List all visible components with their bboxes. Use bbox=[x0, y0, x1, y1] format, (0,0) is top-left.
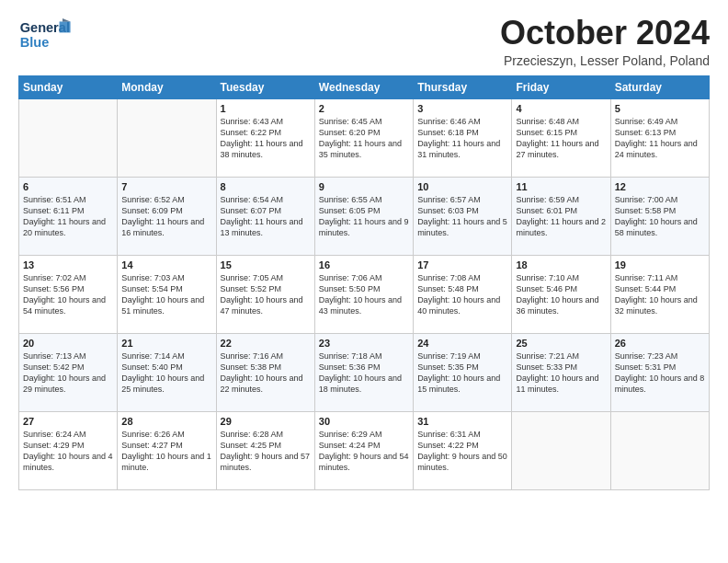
day-number: 19 bbox=[615, 259, 705, 270]
day-number: 9 bbox=[319, 181, 409, 192]
day-info: Sunrise: 6:46 AMSunset: 6:18 PMDaylight:… bbox=[417, 116, 507, 161]
day-info: Sunrise: 7:02 AMSunset: 5:56 PMDaylight:… bbox=[23, 272, 113, 317]
day-number: 30 bbox=[319, 416, 409, 427]
day-number: 16 bbox=[319, 259, 409, 270]
day-info: Sunrise: 6:29 AMSunset: 4:24 PMDaylight:… bbox=[319, 429, 409, 474]
calendar-cell: 4Sunrise: 6:48 AMSunset: 6:15 PMDaylight… bbox=[512, 98, 610, 177]
calendar-cell: 3Sunrise: 6:46 AMSunset: 6:18 PMDaylight… bbox=[414, 98, 512, 177]
calendar-cell: 27Sunrise: 6:24 AMSunset: 4:29 PMDayligh… bbox=[19, 411, 118, 489]
day-number: 2 bbox=[319, 103, 409, 114]
day-number: 21 bbox=[121, 338, 211, 349]
day-number: 5 bbox=[615, 103, 705, 114]
calendar-cell: 24Sunrise: 7:19 AMSunset: 5:35 PMDayligh… bbox=[414, 333, 512, 411]
day-info: Sunrise: 6:55 AMSunset: 6:05 PMDaylight:… bbox=[319, 194, 409, 239]
svg-text:Blue: Blue bbox=[20, 35, 50, 50]
calendar-week-4: 20Sunrise: 7:13 AMSunset: 5:42 PMDayligh… bbox=[19, 333, 710, 411]
day-info: Sunrise: 7:23 AMSunset: 5:31 PMDaylight:… bbox=[615, 350, 705, 396]
day-number: 29 bbox=[221, 416, 311, 427]
day-info: Sunrise: 7:13 AMSunset: 5:42 PMDaylight:… bbox=[23, 350, 113, 396]
calendar-cell: 6Sunrise: 6:51 AMSunset: 6:11 PMDaylight… bbox=[19, 177, 118, 255]
calendar-cell: 26Sunrise: 7:23 AMSunset: 5:31 PMDayligh… bbox=[610, 333, 709, 411]
calendar-cell: 20Sunrise: 7:13 AMSunset: 5:42 PMDayligh… bbox=[19, 333, 118, 411]
day-info: Sunrise: 7:19 AMSunset: 5:35 PMDaylight:… bbox=[417, 350, 507, 396]
day-number: 23 bbox=[319, 338, 409, 349]
logo: General Blue bbox=[18, 15, 74, 55]
day-number: 26 bbox=[615, 338, 705, 349]
day-info: Sunrise: 6:57 AMSunset: 6:03 PMDaylight:… bbox=[417, 194, 507, 239]
day-info: Sunrise: 7:11 AMSunset: 5:44 PMDaylight:… bbox=[615, 272, 705, 317]
day-number: 12 bbox=[615, 181, 705, 192]
calendar-cell: 22Sunrise: 7:16 AMSunset: 5:38 PMDayligh… bbox=[216, 333, 314, 411]
calendar-cell: 21Sunrise: 7:14 AMSunset: 5:40 PMDayligh… bbox=[118, 333, 216, 411]
day-info: Sunrise: 6:48 AMSunset: 6:15 PMDaylight:… bbox=[516, 116, 606, 161]
day-info: Sunrise: 6:45 AMSunset: 6:20 PMDaylight:… bbox=[319, 116, 409, 161]
location-subtitle: Przecieszyn, Lesser Poland, Poland bbox=[500, 53, 710, 68]
calendar-cell: 23Sunrise: 7:18 AMSunset: 5:36 PMDayligh… bbox=[314, 333, 413, 411]
day-info: Sunrise: 6:24 AMSunset: 4:29 PMDaylight:… bbox=[23, 429, 113, 474]
calendar-cell: 14Sunrise: 7:03 AMSunset: 5:54 PMDayligh… bbox=[118, 255, 216, 333]
weekday-header-friday: Friday bbox=[512, 75, 610, 98]
header: General Blue October 2024 Przecieszyn, L… bbox=[18, 15, 710, 68]
calendar-cell: 9Sunrise: 6:55 AMSunset: 6:05 PMDaylight… bbox=[314, 177, 413, 255]
weekday-header-thursday: Thursday bbox=[414, 75, 512, 98]
day-number: 14 bbox=[121, 259, 211, 270]
day-info: Sunrise: 6:49 AMSunset: 6:13 PMDaylight:… bbox=[615, 116, 705, 161]
day-number: 7 bbox=[121, 181, 211, 192]
day-number: 31 bbox=[417, 416, 507, 427]
day-info: Sunrise: 7:03 AMSunset: 5:54 PMDaylight:… bbox=[121, 272, 211, 317]
day-info: Sunrise: 7:18 AMSunset: 5:36 PMDaylight:… bbox=[319, 350, 409, 396]
calendar-cell: 8Sunrise: 6:54 AMSunset: 6:07 PMDaylight… bbox=[216, 177, 314, 255]
calendar-cell: 10Sunrise: 6:57 AMSunset: 6:03 PMDayligh… bbox=[414, 177, 512, 255]
weekday-header-wednesday: Wednesday bbox=[314, 75, 413, 98]
calendar-cell: 30Sunrise: 6:29 AMSunset: 4:24 PMDayligh… bbox=[314, 411, 413, 489]
calendar-cell bbox=[512, 411, 610, 489]
weekday-header-tuesday: Tuesday bbox=[216, 75, 314, 98]
calendar-cell bbox=[118, 98, 216, 177]
day-number: 27 bbox=[23, 416, 113, 427]
month-title: October 2024 bbox=[500, 15, 710, 52]
day-number: 13 bbox=[23, 259, 113, 270]
day-info: Sunrise: 6:26 AMSunset: 4:27 PMDaylight:… bbox=[121, 429, 211, 474]
weekday-header-row: SundayMondayTuesdayWednesdayThursdayFrid… bbox=[19, 75, 710, 98]
day-number: 10 bbox=[417, 181, 507, 192]
day-info: Sunrise: 7:05 AMSunset: 5:52 PMDaylight:… bbox=[221, 272, 311, 317]
day-info: Sunrise: 6:52 AMSunset: 6:09 PMDaylight:… bbox=[121, 194, 211, 239]
day-info: Sunrise: 7:14 AMSunset: 5:40 PMDaylight:… bbox=[121, 350, 211, 396]
day-info: Sunrise: 6:43 AMSunset: 6:22 PMDaylight:… bbox=[221, 116, 311, 161]
calendar-week-1: 1Sunrise: 6:43 AMSunset: 6:22 PMDaylight… bbox=[19, 98, 710, 177]
day-info: Sunrise: 6:51 AMSunset: 6:11 PMDaylight:… bbox=[23, 194, 113, 239]
calendar-cell: 31Sunrise: 6:31 AMSunset: 4:22 PMDayligh… bbox=[414, 411, 512, 489]
calendar-cell: 1Sunrise: 6:43 AMSunset: 6:22 PMDaylight… bbox=[216, 98, 314, 177]
day-number: 8 bbox=[221, 181, 311, 192]
weekday-header-sunday: Sunday bbox=[19, 75, 118, 98]
page: General Blue October 2024 Przecieszyn, L… bbox=[0, 0, 728, 563]
day-info: Sunrise: 7:10 AMSunset: 5:46 PMDaylight:… bbox=[516, 272, 606, 317]
day-info: Sunrise: 7:08 AMSunset: 5:48 PMDaylight:… bbox=[417, 272, 507, 317]
svg-marker-2 bbox=[60, 21, 71, 32]
calendar-cell: 19Sunrise: 7:11 AMSunset: 5:44 PMDayligh… bbox=[610, 255, 709, 333]
day-info: Sunrise: 6:31 AMSunset: 4:22 PMDaylight:… bbox=[417, 429, 507, 474]
day-number: 11 bbox=[516, 181, 606, 192]
calendar-cell bbox=[19, 98, 118, 177]
day-number: 6 bbox=[23, 181, 113, 192]
calendar-cell bbox=[610, 411, 709, 489]
calendar-cell: 2Sunrise: 6:45 AMSunset: 6:20 PMDaylight… bbox=[314, 98, 413, 177]
calendar-week-3: 13Sunrise: 7:02 AMSunset: 5:56 PMDayligh… bbox=[19, 255, 710, 333]
day-number: 1 bbox=[221, 103, 311, 114]
calendar-week-5: 27Sunrise: 6:24 AMSunset: 4:29 PMDayligh… bbox=[19, 411, 710, 489]
day-info: Sunrise: 6:54 AMSunset: 6:07 PMDaylight:… bbox=[221, 194, 311, 239]
day-number: 20 bbox=[23, 338, 113, 349]
weekday-header-saturday: Saturday bbox=[610, 75, 709, 98]
calendar-cell: 13Sunrise: 7:02 AMSunset: 5:56 PMDayligh… bbox=[19, 255, 118, 333]
weekday-header-monday: Monday bbox=[118, 75, 216, 98]
day-number: 3 bbox=[417, 103, 507, 114]
day-info: Sunrise: 7:00 AMSunset: 5:58 PMDaylight:… bbox=[615, 194, 705, 239]
calendar-cell: 18Sunrise: 7:10 AMSunset: 5:46 PMDayligh… bbox=[512, 255, 610, 333]
day-number: 17 bbox=[417, 259, 507, 270]
calendar-cell: 17Sunrise: 7:08 AMSunset: 5:48 PMDayligh… bbox=[414, 255, 512, 333]
day-number: 22 bbox=[221, 338, 311, 349]
calendar-cell: 15Sunrise: 7:05 AMSunset: 5:52 PMDayligh… bbox=[216, 255, 314, 333]
day-info: Sunrise: 6:28 AMSunset: 4:25 PMDaylight:… bbox=[221, 429, 311, 474]
day-info: Sunrise: 7:16 AMSunset: 5:38 PMDaylight:… bbox=[221, 350, 311, 396]
calendar-week-2: 6Sunrise: 6:51 AMSunset: 6:11 PMDaylight… bbox=[19, 177, 710, 255]
